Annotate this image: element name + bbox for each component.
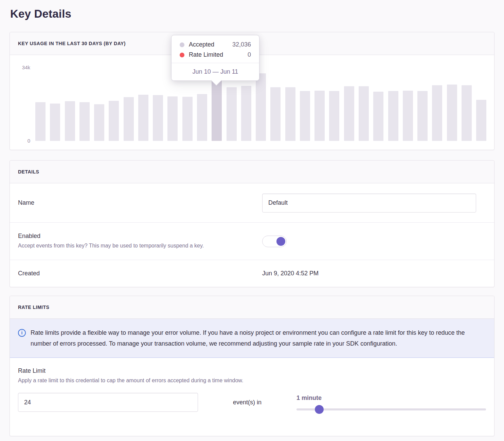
- rate-limits-info-alert: i Rate limits provide a flexible way to …: [10, 319, 494, 358]
- chart-bar[interactable]: [227, 87, 237, 141]
- chart-bar[interactable]: [197, 94, 207, 141]
- slider-window-label: 1 minute: [296, 394, 486, 402]
- chart-bar[interactable]: [403, 91, 413, 141]
- name-input[interactable]: [262, 194, 476, 213]
- chart-bar[interactable]: [79, 102, 90, 141]
- chart-bar[interactable]: [65, 101, 75, 141]
- y-axis-max-label: 34k: [10, 65, 30, 70]
- chart-bar[interactable]: [417, 91, 428, 141]
- y-axis-min-label: 0: [10, 138, 30, 144]
- chart-bar[interactable]: [388, 91, 398, 141]
- rate-limited-series-dot-icon: [180, 53, 184, 57]
- details-panel: DETAILS Name Enabled Accept events from …: [10, 160, 494, 287]
- tooltip-rate-limited-label: Rate Limited: [189, 51, 223, 58]
- slider-knob[interactable]: [315, 405, 324, 414]
- chart-bar[interactable]: [138, 95, 148, 141]
- created-label: Created: [18, 270, 262, 277]
- tooltip-accepted-value: 32,036: [232, 41, 251, 48]
- rate-limits-panel: RATE LIMITS i Rate limits provide a flex…: [10, 296, 494, 436]
- rate-limits-panel-header: RATE LIMITS: [10, 296, 494, 319]
- created-row: Created Jun 9, 2020 4:52 PM: [10, 260, 494, 287]
- tooltip-rate-limited-value: 0: [248, 51, 251, 58]
- rate-limit-description: Apply a rate limit to this credential to…: [18, 378, 486, 384]
- enabled-label: Enabled: [18, 233, 262, 240]
- rate-limit-window-slider[interactable]: [296, 408, 486, 410]
- chart-bar[interactable]: [256, 73, 266, 141]
- chart-bar[interactable]: [124, 97, 134, 141]
- chart-bar[interactable]: [35, 102, 46, 141]
- chart-bar[interactable]: [462, 85, 472, 141]
- enabled-toggle[interactable]: [262, 236, 287, 247]
- tooltip-row-rate-limited: Rate Limited 0: [180, 51, 251, 58]
- chart-bar[interactable]: [432, 85, 442, 141]
- rate-limits-alert-text: Rate limits provide a flexible way to ma…: [31, 327, 482, 349]
- chart-bar[interactable]: [285, 87, 295, 141]
- chart-bar[interactable]: [476, 100, 486, 141]
- info-icon: i: [18, 329, 26, 337]
- accepted-series-dot-icon: [180, 42, 184, 47]
- enabled-description: Accept events from this key? This may be…: [18, 242, 262, 250]
- chart-tooltip: Accepted 32,036 Rate Limited 0 Jun 10 — …: [171, 35, 259, 81]
- chart-bar[interactable]: [270, 87, 281, 141]
- rate-limit-window-slider-block: 1 minute: [296, 394, 486, 410]
- toggle-knob-icon: [276, 237, 285, 246]
- chart-bar[interactable]: [241, 86, 251, 141]
- chart-bar[interactable]: [314, 91, 325, 141]
- name-row: Name: [10, 183, 494, 222]
- enabled-row: Enabled Accept events from this key? Thi…: [10, 222, 494, 260]
- chart-bar[interactable]: [373, 92, 383, 141]
- chart-bar[interactable]: [447, 85, 457, 141]
- chart-bar[interactable]: [94, 104, 104, 141]
- tooltip-date-range: Jun 10 — Jun 11: [172, 63, 259, 80]
- chart-bar[interactable]: [109, 101, 119, 141]
- details-panel-header: DETAILS: [10, 161, 494, 183]
- chart-bar[interactable]: [182, 97, 193, 141]
- events-in-label: event(s) in: [198, 399, 296, 406]
- tooltip-accepted-label: Accepted: [189, 41, 214, 48]
- chart-tooltip-stats: Accepted 32,036 Rate Limited 0: [172, 35, 259, 63]
- chart-bar[interactable]: [300, 91, 310, 141]
- tooltip-row-accepted: Accepted 32,036: [180, 41, 251, 48]
- chart-bar[interactable]: [50, 104, 60, 141]
- key-usage-panel: KEY USAGE IN THE LAST 30 DAYS (BY DAY) 3…: [10, 32, 494, 150]
- chart-bar[interactable]: [167, 96, 178, 141]
- rate-limit-count-input[interactable]: [18, 393, 198, 412]
- chart-bar[interactable]: [359, 86, 369, 141]
- rate-limit-label: Rate Limit: [18, 367, 486, 374]
- chart-bar[interactable]: [153, 95, 163, 141]
- chart-bar[interactable]: [329, 91, 339, 141]
- chart-bar[interactable]: [344, 86, 354, 141]
- rate-limit-field-row: Rate Limit Apply a rate limit to this cr…: [10, 358, 494, 421]
- name-label: Name: [18, 199, 262, 206]
- created-value: Jun 9, 2020 4:52 PM: [262, 270, 486, 277]
- page-title: Key Details: [10, 7, 504, 20]
